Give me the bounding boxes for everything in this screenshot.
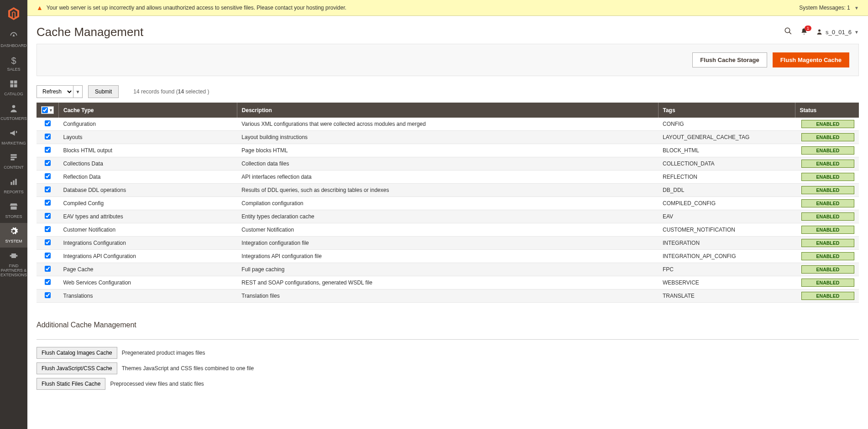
records-found-text: 14 records found (14 selected ) <box>133 88 209 95</box>
sidebar-item-label: REPORTS <box>4 190 23 195</box>
user-menu[interactable]: s_0_01_6 ▼ <box>816 28 859 36</box>
table-row: TranslationsTranslation filesTRANSLATEEN… <box>37 289 859 303</box>
sidebar-item-dollar[interactable]: $SALES <box>0 52 27 76</box>
additional-row: Flush Catalog Images CachePregenerated p… <box>37 347 859 359</box>
row-checkbox[interactable] <box>45 173 51 179</box>
catalog-icon <box>9 79 18 91</box>
table-row: Blocks HTML outputPage blocks HTMLBLOCK_… <box>37 144 859 157</box>
col-header-cache-type[interactable]: Cache Type <box>59 103 237 118</box>
sidebar: DASHBOARD$SALESCATALOGCUSTOMERSMARKETING… <box>0 0 27 399</box>
row-checkbox[interactable] <box>45 292 51 298</box>
cell-cache-type: Configuration <box>59 118 237 131</box>
action-bar: Flush Cache Storage Flush Magento Cache <box>37 44 859 76</box>
row-checkbox[interactable] <box>45 253 51 258</box>
status-badge: ENABLED <box>801 160 854 168</box>
megaphone-icon <box>9 129 18 140</box>
table-row: LayoutsLayout building instructionsLAYOU… <box>37 131 859 144</box>
additional-title: Additional Cache Management <box>37 321 859 334</box>
cell-description: Customer Notification <box>237 223 658 237</box>
sidebar-item-gear[interactable]: SYSTEM <box>0 223 27 248</box>
row-checkbox[interactable] <box>45 120 51 126</box>
cell-cache-type: Blocks HTML output <box>59 144 237 157</box>
cell-tags: DB_DDL <box>658 184 795 197</box>
sidebar-item-label: CUSTOMERS <box>0 117 26 121</box>
row-checkbox[interactable] <box>45 239 51 245</box>
row-checkbox[interactable] <box>45 186 51 192</box>
select-all-header: ▼ <box>37 103 59 118</box>
system-messages-toggle[interactable]: System Messages: 1 ▼ <box>799 5 859 11</box>
flush-cache-storage-button[interactable]: Flush Cache Storage <box>692 52 767 67</box>
col-header-description[interactable]: Description <box>237 103 658 118</box>
partners-icon <box>9 251 18 263</box>
sidebar-item-label: SALES <box>7 67 20 72</box>
col-header-status[interactable]: Status <box>795 103 859 118</box>
magento-logo[interactable] <box>0 0 27 27</box>
sidebar-item-stores[interactable]: STORES <box>0 198 27 223</box>
chevron-down-icon: ▼ <box>49 108 53 113</box>
cell-description: Layout building instructions <box>237 131 658 144</box>
mass-action-select[interactable]: Refresh <box>37 85 73 98</box>
cell-description: Collection data files <box>237 157 658 171</box>
submit-button[interactable]: Submit <box>88 85 119 98</box>
sidebar-item-label: STORES <box>5 215 22 219</box>
flush-magento-cache-button[interactable]: Flush Magento Cache <box>773 52 849 67</box>
cell-tags: BLOCK_HTML <box>658 144 795 157</box>
select-all-toggle[interactable]: ▼ <box>41 106 54 114</box>
cell-description: Compilation configuration <box>237 197 658 210</box>
sidebar-item-label: MARKETING <box>1 141 26 146</box>
mass-action-dropdown-toggle[interactable]: ▼ <box>73 85 83 98</box>
cell-description: Page blocks HTML <box>237 144 658 157</box>
cell-description: Integrations API configuration file <box>237 250 658 263</box>
user-icon <box>816 28 823 36</box>
additional-desc: Themes JavaScript and CSS files combined… <box>122 365 254 372</box>
sidebar-item-catalog[interactable]: CATALOG <box>0 76 27 100</box>
flush-additional-button[interactable]: Flush Static Files Cache <box>37 378 105 390</box>
search-icon[interactable] <box>784 27 792 37</box>
row-checkbox[interactable] <box>45 200 51 206</box>
flush-additional-button[interactable]: Flush JavaScript/CSS Cache <box>37 362 117 374</box>
row-checkbox[interactable] <box>45 279 51 285</box>
row-checkbox[interactable] <box>45 147 51 153</box>
cell-cache-type: Database DDL operations <box>59 184 237 197</box>
row-checkbox[interactable] <box>45 226 51 232</box>
status-badge: ENABLED <box>801 173 854 181</box>
sidebar-item-megaphone[interactable]: MARKETING <box>0 125 27 150</box>
additional-row: Flush JavaScript/CSS CacheThemes JavaScr… <box>37 362 859 374</box>
row-checkbox[interactable] <box>45 266 51 272</box>
cell-cache-type: Layouts <box>59 131 237 144</box>
table-row: Customer NotificationCustomer Notificati… <box>37 223 859 237</box>
sidebar-item-content[interactable]: CONTENT <box>0 149 27 174</box>
cell-description: Various XML configurations that were col… <box>237 118 658 131</box>
svg-point-9 <box>818 29 821 31</box>
sidebar-item-partners[interactable]: FIND PARTNERS & EXTENSIONS <box>0 248 27 281</box>
sidebar-item-label: DASHBOARD <box>1 44 27 48</box>
row-checkbox[interactable] <box>45 134 51 140</box>
cell-cache-type: Translations <box>59 289 237 303</box>
status-badge: ENABLED <box>801 186 854 194</box>
page-title: Cache Management <box>37 25 143 39</box>
flush-additional-button[interactable]: Flush Catalog Images Cache <box>37 347 117 359</box>
row-checkbox[interactable] <box>45 213 51 219</box>
table-row: Web Services ConfigurationREST and SOAP … <box>37 276 859 289</box>
notifications-button[interactable]: 1 <box>800 28 808 37</box>
status-badge: ENABLED <box>801 292 854 300</box>
status-badge: ENABLED <box>801 226 854 234</box>
additional-row: Flush Static Files CachePreprocessed vie… <box>37 378 859 390</box>
svg-line-8 <box>789 32 791 34</box>
sidebar-item-dashboard[interactable]: DASHBOARD <box>0 27 27 52</box>
gear-icon <box>9 227 18 238</box>
sidebar-item-reports[interactable]: REPORTS <box>0 174 27 198</box>
col-header-tags[interactable]: Tags <box>658 103 795 118</box>
sidebar-item-person[interactable]: CUSTOMERS <box>0 100 27 125</box>
cell-tags: COLLECTION_DATA <box>658 157 795 171</box>
grid-controls: Refresh ▼ Submit 14 records found (14 se… <box>37 85 859 98</box>
cell-description: Full page caching <box>237 263 658 276</box>
row-checkbox[interactable] <box>45 160 51 166</box>
cell-cache-type: Page Cache <box>59 263 237 276</box>
status-badge: ENABLED <box>801 199 854 207</box>
cell-description: REST and SOAP configurations, generated … <box>237 276 658 289</box>
cell-description: Integration configuration file <box>237 237 658 250</box>
svg-rect-6 <box>16 255 17 256</box>
select-all-checkbox[interactable] <box>42 107 48 113</box>
table-row: ConfigurationVarious XML configurations … <box>37 118 859 131</box>
